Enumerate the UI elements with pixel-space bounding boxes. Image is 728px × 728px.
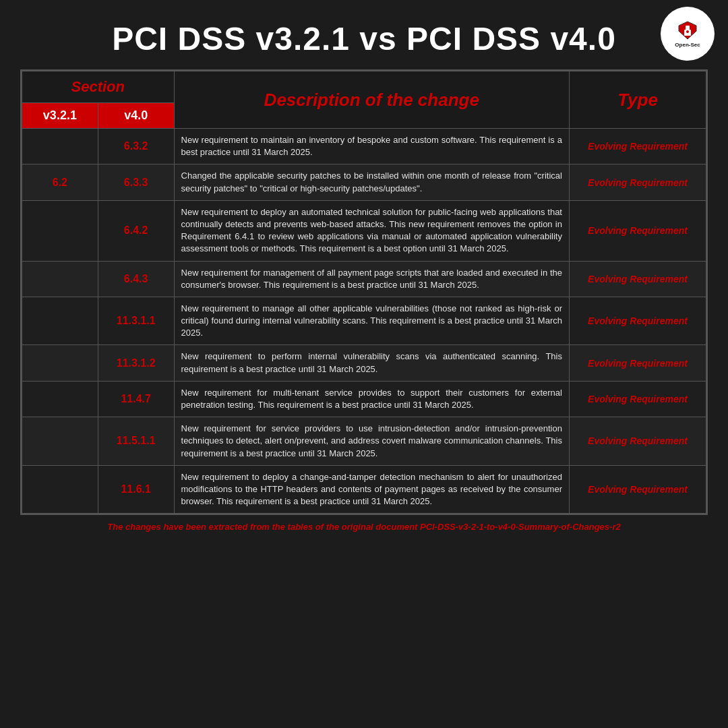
footer-text: The changes have been extracted from the… bbox=[20, 522, 708, 532]
v40-cell: 11.4.7 bbox=[98, 381, 174, 417]
v321-header: v3.2.1 bbox=[22, 103, 98, 129]
v40-cell: 6.4.3 bbox=[98, 261, 174, 297]
logo: Open-Sec bbox=[661, 7, 715, 61]
type-cell: Evolving Requirement bbox=[569, 297, 706, 345]
table-row: 11.5.1.1New requirement for service prov… bbox=[22, 417, 706, 466]
table-header-row: Section Description of the change Type bbox=[22, 71, 706, 103]
type-cell: Evolving Requirement bbox=[569, 381, 706, 417]
desc-cell: New requirement to deploy a change-and-t… bbox=[174, 465, 569, 514]
type-cell: Evolving Requirement bbox=[569, 129, 706, 164]
comparison-table: Section Description of the change Type v… bbox=[20, 69, 708, 515]
desc-cell: New requirement for management of all pa… bbox=[174, 261, 569, 297]
v40-cell: 11.5.1.1 bbox=[98, 417, 174, 466]
page-title: PCI DSS v3.2.1 vs PCI DSS v4.0 bbox=[20, 20, 708, 57]
v40-cell: 6.4.2 bbox=[98, 200, 174, 261]
v40-cell: 6.3.2 bbox=[98, 129, 174, 164]
table-row: 11.6.1New requirement to deploy a change… bbox=[22, 465, 706, 514]
desc-cell: New requirement to maintain an inventory… bbox=[174, 129, 569, 164]
desc-cell: New requirement to perform internal vuln… bbox=[174, 345, 569, 381]
v321-cell bbox=[22, 381, 98, 417]
logo-icon bbox=[677, 20, 698, 40]
table-row: 6.4.3New requirement for management of a… bbox=[22, 261, 706, 297]
table-row: 11.3.1.2New requirement to perform inter… bbox=[22, 345, 706, 381]
type-cell: Evolving Requirement bbox=[569, 261, 706, 297]
v40-cell: 11.6.1 bbox=[98, 465, 174, 514]
section-header: Section bbox=[22, 71, 175, 103]
svg-point-3 bbox=[686, 30, 689, 33]
v40-header: v4.0 bbox=[98, 103, 174, 129]
table-body: 6.3.2New requirement to maintain an inve… bbox=[22, 129, 706, 514]
v40-cell: 6.3.3 bbox=[98, 164, 174, 200]
v321-cell bbox=[22, 345, 98, 381]
table-row: 6.4.2New requirement to deploy an automa… bbox=[22, 200, 706, 261]
v321-cell bbox=[22, 297, 98, 345]
v321-cell: 6.2 bbox=[22, 164, 98, 200]
desc-cell: New requirement for multi-tenant service… bbox=[174, 381, 569, 417]
v321-cell bbox=[22, 417, 98, 466]
type-cell: Evolving Requirement bbox=[569, 164, 706, 200]
v321-cell bbox=[22, 200, 98, 261]
v321-cell bbox=[22, 465, 98, 514]
type-cell: Evolving Requirement bbox=[569, 200, 706, 261]
desc-cell: New requirement to deploy an automated t… bbox=[174, 200, 569, 261]
v321-cell bbox=[22, 261, 98, 297]
type-cell: Evolving Requirement bbox=[569, 345, 706, 381]
type-cell: Evolving Requirement bbox=[569, 465, 706, 514]
table-row: 11.4.7New requirement for multi-tenant s… bbox=[22, 381, 706, 417]
v321-cell bbox=[22, 129, 98, 164]
desc-header: Description of the change bbox=[174, 71, 569, 129]
type-header: Type bbox=[569, 71, 706, 129]
desc-cell: New requirement for service providers to… bbox=[174, 417, 569, 466]
type-cell: Evolving Requirement bbox=[569, 417, 706, 466]
v40-cell: 11.3.1.1 bbox=[98, 297, 174, 345]
table-row: 6.3.2New requirement to maintain an inve… bbox=[22, 129, 706, 164]
main-container: Open-Sec PCI DSS v3.2.1 vs PCI DSS v4.0 … bbox=[0, 0, 728, 728]
desc-cell: Changed the applicable security patches … bbox=[174, 164, 569, 200]
desc-cell: New requirement to manage all other appl… bbox=[174, 297, 569, 345]
table-row: 11.3.1.1New requirement to manage all ot… bbox=[22, 297, 706, 345]
logo-text: Open-Sec bbox=[675, 42, 700, 48]
v40-cell: 11.3.1.2 bbox=[98, 345, 174, 381]
table-row: 6.26.3.3Changed the applicable security … bbox=[22, 164, 706, 200]
